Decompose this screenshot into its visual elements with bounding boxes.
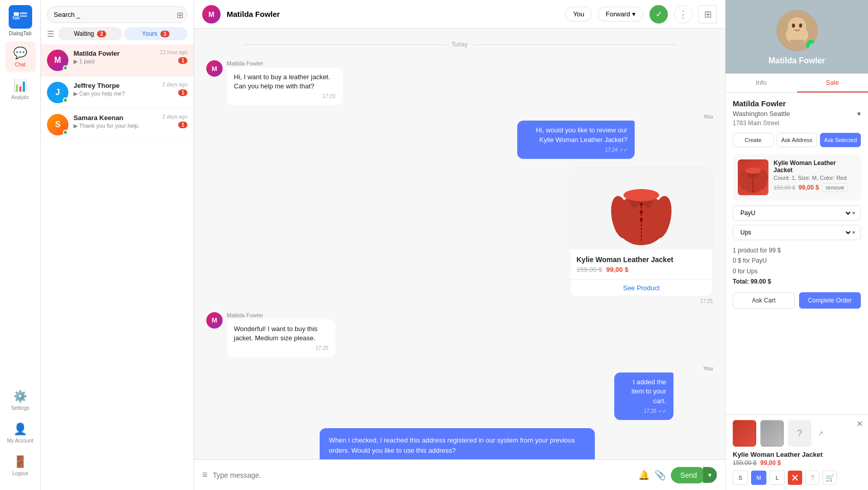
account-icon: 👤	[13, 423, 27, 436]
send-dropdown-button[interactable]: ▾	[703, 467, 717, 483]
tab-sale[interactable]: Sale	[797, 74, 869, 92]
filter-button[interactable]: ☰	[47, 29, 54, 39]
ask-address-button[interactable]: Ask Address	[777, 133, 817, 147]
right-profile-header: ✓ Matilda Fowler	[726, 0, 868, 74]
tab-yours[interactable]: Yours 3	[124, 27, 188, 40]
message-row-5: When I checked, I reached this address r…	[206, 428, 713, 459]
msg-avatar-matilda-3: M	[206, 312, 223, 329]
svg-point-17	[788, 17, 806, 36]
sidebar-item-chat[interactable]: 💬 Chat	[5, 41, 36, 72]
forward-button[interactable]: Forward ▾	[598, 7, 643, 21]
grid-view-button[interactable]: ⊞	[698, 5, 717, 24]
msg-bubble-4: I added the item to your cart. 17:26 ✓✓	[614, 372, 673, 420]
message-input[interactable]	[213, 469, 634, 481]
msg-content-4: You I added the item to your cart. 17:26…	[614, 365, 713, 420]
product-card-wrap: Kylie Woman Leather Jacket 159,00 $ 99,0…	[570, 167, 713, 304]
order-summary: 1 product for 99 $ 0 $ for PayU 0 for Up…	[733, 245, 861, 287]
conv-name-matilda: Matilda Fowler	[74, 50, 155, 57]
logo-box[interactable]: Tab	[9, 5, 32, 29]
chat-label: Chat	[15, 62, 26, 67]
more-options-button[interactable]: ⋮	[674, 5, 692, 24]
conv-time-samara: 2 days ago	[162, 114, 187, 120]
conv-item-samara[interactable]: S Samara Keenan ▶ Thank you for your hel…	[41, 109, 194, 141]
notification-button[interactable]: 🔔	[638, 470, 649, 481]
settings-label: Settings	[11, 405, 29, 411]
size-question-button[interactable]: ?	[805, 471, 819, 485]
svg-point-26	[745, 168, 761, 174]
order-jacket-svg	[738, 159, 768, 195]
conv-avatar-wrap-jeffrey: J	[47, 82, 68, 103]
conv-info-matilda: Matilda Fowler ▶ 1 paid	[74, 50, 155, 65]
summary-line3: 0 for Ups	[733, 266, 861, 276]
msg-sender-you-4: You	[614, 365, 713, 371]
message-row-1: M Matilda Fowler Hi, I want to buy a lea…	[206, 60, 713, 105]
order-product-name: Kylie Woman Leather Jacket	[774, 159, 856, 174]
attach-button[interactable]: 📎	[655, 470, 666, 481]
create-button[interactable]: Create	[733, 133, 774, 147]
msg-bubble-2: Hi, would you like to review our Kylie W…	[517, 121, 635, 158]
conv-tabs: ☰ Waiting 2 Yours 3	[41, 27, 194, 44]
jacket-svg	[606, 169, 677, 248]
size-cart-button[interactable]: 🛒	[823, 471, 837, 485]
ask-cart-button[interactable]: Ask Cart	[733, 292, 795, 309]
you-button[interactable]: You	[565, 7, 592, 21]
tab-waiting[interactable]: Waiting 2	[58, 27, 122, 40]
msg-time-1: 17:23	[234, 93, 335, 100]
msg-text-1: Hi, I want to buy a leather jacket. Can …	[234, 73, 330, 90]
conv-meta-jeffrey: 2 days ago 1	[162, 82, 187, 96]
search-input[interactable]	[47, 6, 187, 23]
price-old: 159,00 $	[576, 266, 602, 273]
sidebar-item-account[interactable]: 👤 My Account	[5, 417, 36, 448]
check-button[interactable]: ✓	[649, 5, 668, 24]
sidebar-item-analytic[interactable]: 📊 Analytic	[5, 74, 36, 105]
chat-input-area: ≡ 🔔 📎 Send ▾	[194, 459, 725, 490]
size-s-button[interactable]: S	[733, 471, 748, 485]
logo-icon: Tab	[13, 11, 28, 23]
see-product-button[interactable]: See Product	[570, 279, 712, 296]
shipping-select[interactable]: Ups FedEx DHL	[738, 228, 852, 237]
conv-item-jeffrey[interactable]: J Jeffrey Thorpe ▶ Can you help me? 2 da…	[41, 77, 194, 109]
remove-item-button[interactable]: remove	[822, 183, 848, 192]
message-row-3: M Matilda Fowler Wonderful! I want to bu…	[206, 312, 713, 357]
conv-avatar-wrap-samara: S	[47, 114, 68, 135]
sidebar-item-settings[interactable]: ⚙️ Settings	[5, 385, 36, 415]
payment-select[interactable]: PayU Stripe PayPal	[738, 209, 852, 217]
msg-sender-you-2: You	[517, 113, 713, 120]
msg-text-3: Wonderful! I want to buy this jacket. Me…	[234, 325, 318, 342]
tab-info[interactable]: Info	[726, 74, 797, 92]
order-price-old: 159,00 $	[774, 184, 795, 191]
ask-selected-button[interactable]: Ask Selected	[820, 133, 861, 147]
product-selector: ✕ ? ↗ Kylie Woman Leather Jacket 159,00 …	[726, 414, 868, 490]
account-label: My Account	[7, 438, 34, 444]
thumb-gray[interactable]	[760, 420, 784, 447]
msg-avatar-matilda-1: M	[206, 60, 223, 77]
thumb-red[interactable]	[733, 420, 756, 447]
complete-order-button[interactable]: Complete Order	[799, 292, 861, 309]
format-button[interactable]: ≡	[202, 470, 208, 480]
selector-product-name: Kylie Woman Leather Jacket	[733, 451, 861, 458]
sidebar-item-logout[interactable]: 🚪 Logout	[5, 450, 36, 481]
order-item: Kylie Woman Leather Jacket Count: 1, Siz…	[733, 154, 861, 200]
tab-info-label: Info	[756, 79, 767, 86]
conv-item-matilda[interactable]: M Matilda Fowler ▶ 1 paid 22 hour ago 1	[41, 44, 194, 77]
tab-waiting-label: Waiting	[74, 30, 94, 37]
app-name: DialogTab	[9, 31, 31, 36]
size-m-button[interactable]: M	[751, 471, 766, 485]
sidebar-bottom: ⚙️ Settings 👤 My Account 🚪 Logout	[0, 381, 40, 485]
customer-name: Matilda Fowler	[733, 99, 861, 108]
msg-time-3: 17:25	[234, 345, 328, 352]
svg-point-14	[623, 189, 659, 201]
close-selector-button[interactable]: ✕	[856, 419, 863, 429]
external-link-button[interactable]: ↗	[817, 429, 824, 437]
send-button[interactable]: Send	[671, 467, 706, 483]
size-selector-row: S M L ? 🛒	[733, 471, 861, 485]
svg-text:Tab: Tab	[13, 15, 20, 20]
send-label: Send	[680, 471, 697, 479]
logout-icon: 🚪	[13, 455, 27, 469]
size-l-button[interactable]: L	[769, 471, 785, 485]
thumb-more[interactable]: ?	[788, 420, 811, 447]
conversation-list: M Matilda Fowler ▶ 1 paid 22 hour ago 1 …	[41, 44, 194, 490]
search-filter-button[interactable]: ⊞	[177, 10, 183, 20]
conv-meta-matilda: 22 hour ago 1	[160, 50, 187, 64]
payment-dropdown-icon: ▾	[852, 209, 855, 217]
